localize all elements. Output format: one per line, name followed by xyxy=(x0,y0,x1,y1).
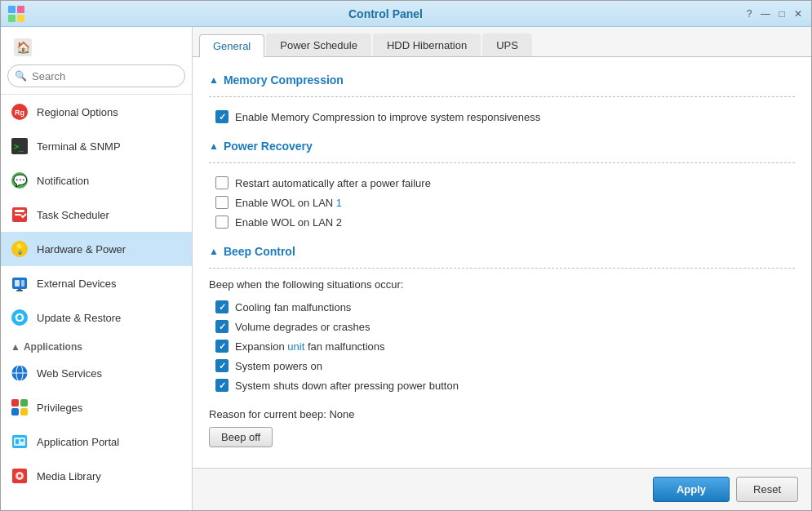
svg-rect-0 xyxy=(8,6,16,13)
checkbox-row-system-shuts-down: System shuts down after pressing power b… xyxy=(209,375,795,395)
sidebar-item-update-restore[interactable]: Update & Restore xyxy=(1,300,192,335)
sidebar-item-privileges[interactable]: Privileges xyxy=(1,390,192,424)
sidebar-item-external-devices[interactable]: External Devices xyxy=(1,266,192,300)
sidebar-item-task-scheduler[interactable]: Task Scheduler xyxy=(1,198,192,232)
svg-rect-28 xyxy=(20,399,28,407)
checkbox-system-powers-on[interactable] xyxy=(215,359,229,372)
help-button[interactable]: ? xyxy=(743,7,756,20)
svg-rect-34 xyxy=(20,439,24,442)
content-body: ▲ Memory Compression Enable Memory Compr… xyxy=(193,57,811,468)
tab-general[interactable]: General xyxy=(199,34,264,57)
checkbox-row-restart: Restart automatically after a power fail… xyxy=(209,173,795,193)
section-memory-compression-header: ▲ Memory Compression xyxy=(209,73,795,87)
sidebar-search-area: 🏠 🔍 xyxy=(1,27,192,95)
checkbox-enable-wol-lan2[interactable] xyxy=(215,216,229,229)
svg-point-20 xyxy=(11,309,28,326)
footer: Apply Reset xyxy=(193,468,811,510)
tab-bar: General Power Schedule HDD Hibernation U… xyxy=(193,27,811,57)
sidebar-label-privileges: Privileges xyxy=(37,402,82,414)
checkbox-volume-degrades[interactable] xyxy=(215,320,229,333)
section-beep-control-header: ▲ Beep Control xyxy=(209,245,795,258)
sidebar-label-external-devices: External Devices xyxy=(37,278,117,290)
checkbox-enable-wol-lan1[interactable] xyxy=(215,196,229,209)
section-toggle-memory[interactable]: ▲ xyxy=(209,74,219,86)
privileges-icon xyxy=(11,398,29,416)
media-library-icon xyxy=(11,467,29,485)
search-box[interactable]: 🔍 xyxy=(7,64,185,87)
task-scheduler-icon xyxy=(11,206,29,224)
sidebar-label-terminal: Terminal & SNMP xyxy=(37,140,121,153)
section-collapse-icon[interactable]: ▲ xyxy=(11,341,20,353)
beep-off-button[interactable]: Beep off xyxy=(209,427,273,447)
divider-beep xyxy=(209,268,795,269)
search-input[interactable] xyxy=(32,70,178,82)
section-header-applications: ▲ Applications xyxy=(1,335,192,356)
sidebar-item-application-portal[interactable]: Application Portal xyxy=(1,424,192,459)
main-content: 🏠 🔍 Rg Regional Options xyxy=(1,27,811,510)
sidebar-label-web-services: Web Services xyxy=(37,367,102,380)
label-cooling-fan: Cooling fan malfunctions xyxy=(235,301,351,313)
section-title-power: Power Recovery xyxy=(224,140,313,153)
svg-rect-12 xyxy=(15,214,21,216)
svg-rect-33 xyxy=(16,439,19,444)
label-enable-wol-lan2: Enable WOL on LAN 2 xyxy=(235,216,342,229)
sidebar-label-hardware-power: Hardware & Power xyxy=(37,243,126,256)
svg-text:Rg: Rg xyxy=(15,109,24,117)
search-icon: 🔍 xyxy=(15,70,27,82)
checkbox-row-cooling-fan: Cooling fan malfunctions xyxy=(209,297,795,317)
svg-text:💬: 💬 xyxy=(13,174,28,188)
close-button[interactable]: ✕ xyxy=(792,7,805,20)
section-label-applications: Applications xyxy=(24,341,82,353)
tab-ups[interactable]: UPS xyxy=(482,33,532,56)
tab-power-schedule[interactable]: Power Schedule xyxy=(266,33,371,56)
reason-text: Reason for current beep: None xyxy=(209,408,795,420)
checkbox-restart-power-failure[interactable] xyxy=(215,176,229,189)
sidebar-label-notification: Notification xyxy=(37,175,89,187)
reset-button[interactable]: Reset xyxy=(736,477,798,502)
sidebar-item-regional-options[interactable]: Rg Regional Options xyxy=(1,95,192,129)
svg-rect-30 xyxy=(20,408,28,415)
web-services-icon xyxy=(11,364,29,382)
sidebar-item-terminal-snmp[interactable]: >_ Terminal & SNMP xyxy=(1,129,192,163)
update-restore-icon xyxy=(11,309,29,327)
section-toggle-power[interactable]: ▲ xyxy=(209,140,219,152)
sidebar-item-home[interactable]: 🏠 xyxy=(7,33,185,61)
label-system-powers-on: System powers on xyxy=(235,360,322,372)
reason-value: None xyxy=(329,408,354,420)
window-controls: ? — □ ✕ xyxy=(743,7,805,20)
checkbox-row-volume-degrades: Volume degrades or crashes xyxy=(209,317,795,336)
titlebar: Control Panel ? — □ ✕ xyxy=(1,1,811,27)
section-power-recovery-header: ▲ Power Recovery xyxy=(209,140,795,153)
sidebar-item-hardware-power[interactable]: 💡 Hardware & Power xyxy=(1,232,192,266)
maximize-button[interactable]: □ xyxy=(775,7,788,20)
sidebar-label-regional-options: Regional Options xyxy=(37,106,118,118)
svg-rect-29 xyxy=(11,408,19,415)
control-panel-window: Control Panel ? — □ ✕ 🏠 🔍 xyxy=(0,0,812,511)
section-toggle-beep[interactable]: ▲ xyxy=(209,246,219,257)
sidebar: 🏠 🔍 Rg Regional Options xyxy=(1,27,193,510)
svg-rect-27 xyxy=(11,399,19,407)
svg-rect-3 xyxy=(17,15,24,22)
apply-button[interactable]: Apply xyxy=(653,477,730,502)
sidebar-item-web-services[interactable]: Web Services xyxy=(1,356,192,390)
home-icon: 🏠 xyxy=(14,38,32,56)
hardware-power-icon: 💡 xyxy=(11,240,29,258)
svg-text:💡: 💡 xyxy=(14,242,26,255)
sidebar-nav: Rg Regional Options >_ Terminal & SNMP xyxy=(1,95,192,510)
minimize-button[interactable]: — xyxy=(759,7,772,20)
window-title: Control Panel xyxy=(29,7,743,20)
sidebar-label-update-restore: Update & Restore xyxy=(37,312,121,324)
checkbox-row-enable-memory: Enable Memory Compression to improve sys… xyxy=(209,107,795,127)
sidebar-label-media-library: Media Library xyxy=(37,470,101,482)
sidebar-item-notification[interactable]: 💬 Notification xyxy=(1,163,192,198)
sidebar-item-media-library[interactable]: Media Library xyxy=(1,459,192,493)
checkbox-system-shuts-down[interactable] xyxy=(215,379,229,392)
tab-hdd-hibernation[interactable]: HDD Hibernation xyxy=(373,33,481,56)
checkbox-expansion-fan[interactable] xyxy=(215,340,229,353)
checkbox-row-wol-lan2: Enable WOL on LAN 2 xyxy=(209,212,795,232)
label-volume-degrades: Volume degrades or crashes xyxy=(235,321,370,333)
checkbox-enable-memory-compression[interactable] xyxy=(215,110,229,123)
notification-icon: 💬 xyxy=(11,171,29,189)
checkbox-cooling-fan[interactable] xyxy=(215,300,229,313)
checkbox-row-wol-lan1: Enable WOL on LAN 1 xyxy=(209,193,795,212)
